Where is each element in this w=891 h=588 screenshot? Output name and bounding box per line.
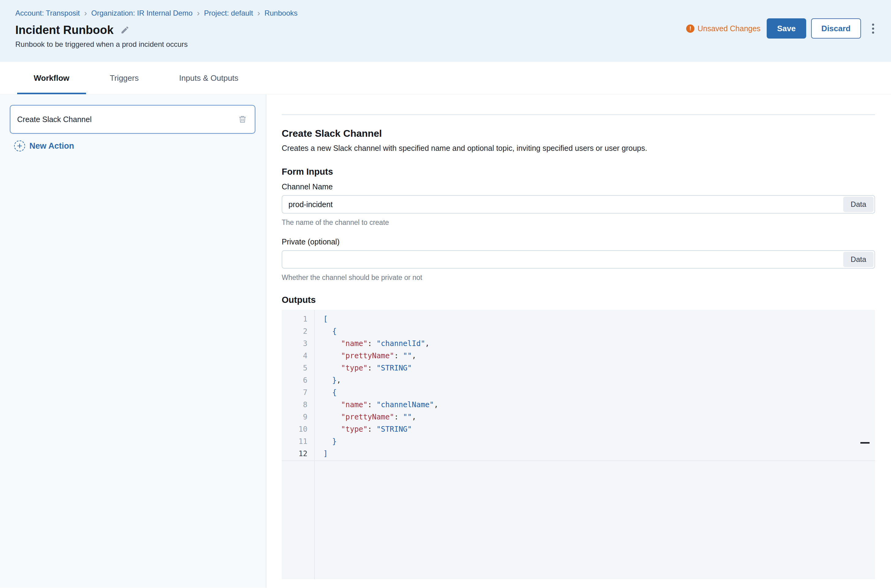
action-detail-panel: Create Slack Channel Creates a new Slack… xyxy=(266,94,891,588)
channel-name-help-text: The name of the channel to create xyxy=(282,218,875,227)
line-number: 11 xyxy=(282,435,311,448)
plus-icon: + xyxy=(14,140,25,152)
edit-title-icon[interactable] xyxy=(120,26,129,34)
content-area: Create Slack Channel + New Action Create… xyxy=(0,94,891,588)
editor-gutter-border xyxy=(314,310,315,579)
channel-name-data-button[interactable]: Data xyxy=(843,197,873,212)
new-action-button[interactable]: + New Action xyxy=(14,140,74,152)
workflow-sidebar: Create Slack Channel + New Action xyxy=(0,94,266,588)
line-number: 10 xyxy=(282,423,311,435)
unsaved-changes-indicator: ! Unsaved Changes xyxy=(686,24,760,33)
editor-divider xyxy=(282,460,875,461)
action-title: Create Slack Channel xyxy=(282,127,875,140)
private-help-text: Whether the channel should be private or… xyxy=(282,273,875,282)
warning-icon: ! xyxy=(686,24,694,33)
page-subtitle: Runbook to be triggered when a prod inci… xyxy=(15,40,877,49)
code-line[interactable]: "type": "STRING" xyxy=(323,362,875,374)
code-line[interactable]: "name": "channelId", xyxy=(323,338,875,350)
action-card-create-slack-channel[interactable]: Create Slack Channel xyxy=(10,105,255,134)
line-number: 6 xyxy=(282,374,311,386)
code-line[interactable]: { xyxy=(323,325,875,338)
editor-code: [ { "name": "channelId", "prettyName": "… xyxy=(323,313,875,460)
private-label: Private (optional) xyxy=(282,237,875,247)
action-description: Creates a new Slack channel with specifi… xyxy=(282,143,875,153)
line-number: 8 xyxy=(282,399,311,411)
editor-scroll-handle xyxy=(860,442,870,444)
breadcrumb-project-link[interactable]: Project: default xyxy=(204,9,253,18)
chevron-right-icon: › xyxy=(257,9,260,18)
code-line[interactable]: }, xyxy=(323,374,875,386)
unsaved-changes-label: Unsaved Changes xyxy=(697,24,760,33)
code-line[interactable]: "name": "channelName", xyxy=(323,399,875,411)
save-button[interactable]: Save xyxy=(767,18,806,39)
tab-inputs-outputs[interactable]: Inputs & Outputs xyxy=(163,62,255,94)
line-number: 3 xyxy=(282,338,311,350)
delete-action-icon[interactable] xyxy=(238,115,247,124)
private-data-button[interactable]: Data xyxy=(843,252,873,267)
field-private: Private (optional) Data Whether the chan… xyxy=(282,237,875,282)
field-channel-name: Channel Name Data The name of the channe… xyxy=(282,182,875,227)
page-title: Incident Runbook xyxy=(15,22,114,38)
discard-button[interactable]: Discard xyxy=(811,18,861,39)
channel-name-label: Channel Name xyxy=(282,182,875,192)
line-number: 1 xyxy=(282,313,311,325)
outputs-code-editor[interactable]: 123456789101112 [ { "name": "channelId",… xyxy=(282,310,875,579)
editor-gutter: 123456789101112 xyxy=(282,313,311,460)
code-line[interactable]: { xyxy=(323,386,875,399)
code-line[interactable]: "prettyName": "", xyxy=(323,350,875,362)
breadcrumb: Account: Transposit › Organization: IR I… xyxy=(15,9,877,18)
code-line[interactable]: "prettyName": "", xyxy=(323,411,875,423)
line-number: 12 xyxy=(282,448,311,460)
tab-workflow[interactable]: Workflow xyxy=(17,62,86,94)
channel-name-input-wrap: Data xyxy=(282,195,875,213)
chevron-right-icon: › xyxy=(84,9,87,18)
kebab-menu-icon[interactable] xyxy=(869,21,877,36)
line-number: 9 xyxy=(282,411,311,423)
code-line[interactable]: "type": "STRING" xyxy=(323,423,875,435)
top-divider xyxy=(282,114,875,115)
breadcrumb-account-link[interactable]: Account: Transposit xyxy=(15,9,80,18)
page-header: Account: Transposit › Organization: IR I… xyxy=(0,0,891,62)
outputs-heading: Outputs xyxy=(282,294,875,305)
line-number: 4 xyxy=(282,350,311,362)
line-number: 7 xyxy=(282,386,311,399)
line-number: 5 xyxy=(282,362,311,374)
code-line[interactable]: ] xyxy=(323,448,875,460)
tab-triggers[interactable]: Triggers xyxy=(93,62,155,94)
line-number: 2 xyxy=(282,325,311,338)
private-input-wrap: Data xyxy=(282,250,875,268)
breadcrumb-organization-link[interactable]: Organization: IR Internal Demo xyxy=(91,9,193,18)
breadcrumb-runbooks-link[interactable]: Runbooks xyxy=(265,9,298,18)
code-line[interactable]: } xyxy=(323,435,875,448)
code-line[interactable]: [ xyxy=(323,313,875,325)
chevron-right-icon: › xyxy=(197,9,200,18)
header-actions: ! Unsaved Changes Save Discard xyxy=(686,18,877,39)
tab-bar: Workflow Triggers Inputs & Outputs xyxy=(0,62,891,94)
new-action-label: New Action xyxy=(29,141,74,151)
private-input[interactable] xyxy=(282,250,875,268)
runbook-editor-page: Account: Transposit › Organization: IR I… xyxy=(0,0,891,588)
action-card-label: Create Slack Channel xyxy=(17,115,238,124)
channel-name-input[interactable] xyxy=(282,195,875,213)
form-inputs-heading: Form Inputs xyxy=(282,166,875,177)
